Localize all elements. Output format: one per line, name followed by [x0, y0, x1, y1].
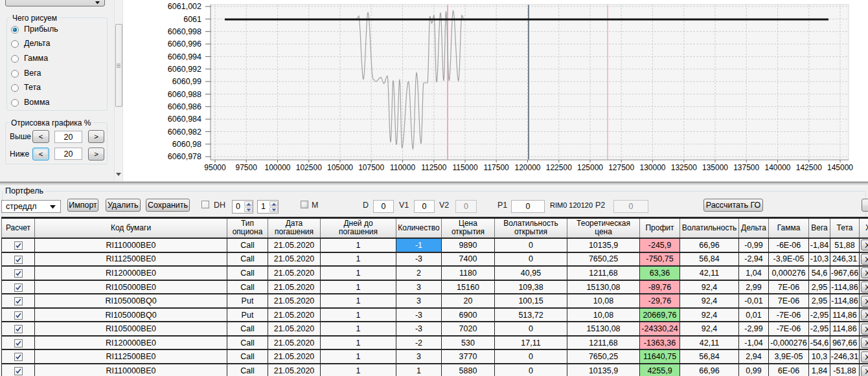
svg-text:117500: 117500 [484, 163, 509, 172]
svg-text:127500: 127500 [608, 163, 634, 172]
svg-text:6060,99: 6060,99 [172, 77, 201, 86]
svg-text:137500: 137500 [733, 163, 759, 172]
svg-text:142500: 142500 [796, 163, 822, 172]
svg-text:145000: 145000 [827, 163, 853, 172]
svg-text:6060,994: 6060,994 [168, 52, 201, 61]
svg-text:122500: 122500 [546, 163, 572, 172]
svg-text:6060,984: 6060,984 [168, 115, 201, 124]
svg-text:6060,988: 6060,988 [168, 90, 201, 99]
svg-text:140000: 140000 [764, 163, 790, 172]
svg-text:130000: 130000 [639, 163, 665, 172]
svg-text:6060,978: 6060,978 [168, 152, 201, 161]
svg-text:100000: 100000 [264, 163, 290, 172]
svg-text:120000: 120000 [514, 163, 540, 172]
svg-text:6061,002: 6061,002 [168, 2, 201, 11]
svg-text:132500: 132500 [671, 163, 697, 172]
svg-text:6061: 6061 [183, 15, 201, 24]
svg-text:102500: 102500 [296, 163, 322, 172]
svg-text:112500: 112500 [421, 163, 446, 172]
svg-text:110000: 110000 [390, 163, 415, 172]
svg-text:135000: 135000 [702, 163, 728, 172]
svg-text:6060,998: 6060,998 [168, 27, 201, 36]
svg-text:6060,98: 6060,98 [172, 140, 201, 149]
svg-text:115000: 115000 [452, 163, 477, 172]
svg-text:125000: 125000 [577, 163, 603, 172]
svg-text:6060,996: 6060,996 [168, 39, 201, 49]
svg-text:6060,986: 6060,986 [168, 102, 201, 111]
svg-text:6060,992: 6060,992 [168, 65, 201, 74]
svg-text:95000: 95000 [204, 163, 226, 172]
svg-text:105000: 105000 [327, 163, 353, 172]
svg-text:107500: 107500 [358, 163, 384, 172]
svg-text:97500: 97500 [236, 163, 258, 172]
svg-text:6060,982: 6060,982 [168, 127, 201, 137]
